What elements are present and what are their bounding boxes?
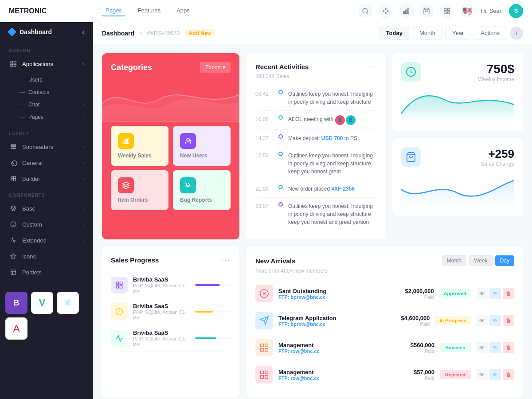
sidebar-item-extended[interactable]: Extended ›	[0, 232, 93, 248]
top-nav: METRONIC Pages Features Apps 🇺🇸 Hi, Sean…	[0, 0, 532, 22]
icons-arrow: ›	[83, 254, 84, 259]
mini-card-bug-reports[interactable]: Bug Reports	[173, 170, 231, 210]
apps-icon[interactable]	[379, 4, 393, 18]
add-new-badge[interactable]: Add New	[185, 29, 215, 37]
nav-link-apps[interactable]: Apps	[173, 5, 193, 16]
month-btn[interactable]: Month	[413, 27, 442, 39]
action-delete-2[interactable]: 🗑	[503, 315, 514, 326]
sidebar-item-custom[interactable]: Custom ›	[0, 216, 93, 232]
svg-marker-37	[123, 182, 129, 186]
svg-rect-14	[11, 61, 13, 63]
progress-info-2: Briviba SaaS PHP, SQLite, Artisan CLI мм	[133, 303, 190, 320]
sidebar-item-general[interactable]: General ›	[0, 155, 93, 171]
language-flag[interactable]: 🇺🇸	[460, 4, 474, 18]
tab-week[interactable]: Week	[469, 255, 492, 266]
sales-progress-menu[interactable]: ···	[221, 255, 231, 265]
sidebar-subitem-chat[interactable]: —Chat›	[0, 98, 93, 111]
chart-icon[interactable]	[399, 4, 413, 18]
arrival-icon-3	[255, 339, 273, 356]
arrival-info-4: Management FTP: row@bnc.cc	[278, 369, 389, 381]
arrival-amount-1: $2,000,000 Paid	[394, 288, 434, 300]
user-avatar[interactable]: S	[509, 4, 523, 18]
sidebar-item-base[interactable]: Base ›	[0, 200, 93, 216]
svg-rect-11	[447, 8, 450, 11]
mini-card-new-users[interactable]: New Users	[173, 126, 231, 166]
search-icon[interactable]	[358, 4, 372, 18]
today-btn[interactable]: Today	[379, 27, 409, 39]
time-1437: 14:37	[255, 134, 273, 141]
action-edit-2[interactable]: ✏	[489, 315, 501, 326]
sidebar-dashboard-item[interactable]: Dashboard ‹	[0, 22, 93, 42]
svg-rect-48	[261, 344, 263, 347]
svg-marker-29	[11, 254, 16, 258]
arrival-row-1: Sant Outstanding FTP: bprow@bnc.cc $2,00…	[255, 280, 514, 307]
action-view-3[interactable]: 👁	[476, 342, 488, 353]
vue-logo[interactable]: V	[31, 292, 53, 314]
mini-card-weekly-sales[interactable]: Weekly Sales	[111, 126, 168, 166]
nav-link-features[interactable]: Features	[134, 5, 164, 16]
action-delete-3[interactable]: 🗑	[503, 342, 514, 353]
sidebar-item-portlets[interactable]: Portlets ›	[0, 264, 93, 280]
react-logo[interactable]: ⚛	[57, 292, 79, 314]
bootstrap-logo[interactable]: B	[5, 292, 27, 314]
svg-rect-25	[14, 179, 16, 181]
new-arrivals-card: New Arrivals Month Week Day More than 40…	[246, 246, 523, 397]
sidebar-item-icons[interactable]: Icons ›	[0, 248, 93, 264]
custom-icon	[9, 221, 18, 228]
cart-icon[interactable]	[419, 4, 434, 18]
timeline-item-2: 10:00 AEOL meeting with 👤 👤	[255, 111, 376, 130]
dot-4	[278, 152, 283, 156]
content-6: Outlines keep you honest. Indulging in p…	[288, 202, 376, 226]
year-btn[interactable]: Year	[446, 27, 470, 39]
action-edit-3[interactable]: ✏	[489, 342, 501, 353]
actions-btn[interactable]: Actions	[474, 27, 506, 39]
nav-link-pages[interactable]: Pages	[102, 5, 125, 16]
content-area: Dashboard › #XRS-45670 Add New Today Mon…	[93, 22, 532, 399]
content-5: New order placed #XF-2356	[288, 185, 376, 193]
grid-icon[interactable]	[440, 4, 454, 18]
sidebar-collapse-icon[interactable]: ‹	[82, 28, 84, 35]
timeline-item-1: 08:42 Outlines keep you honest. Indulgin…	[255, 86, 376, 111]
sidebar-item-subheaders[interactable]: Subheaders ›	[0, 139, 93, 155]
export-btn[interactable]: Export ▾	[200, 62, 231, 73]
arrival-actions-4: 👁 ✏ 🗑	[476, 369, 514, 380]
action-delete-4[interactable]: 🗑	[503, 369, 514, 380]
action-delete-1[interactable]: 🗑	[503, 288, 514, 299]
action-edit-1[interactable]: ✏	[489, 288, 501, 299]
plus-btn[interactable]: +	[510, 27, 523, 40]
sidebar-subitem-contacts[interactable]: —Contacts›	[0, 86, 93, 98]
sidebar-item-applications[interactable]: Applications ▾	[0, 56, 93, 72]
action-view-4[interactable]: 👁	[476, 369, 488, 380]
timeline-item-5: 21:03 New order placed #XF-2356	[255, 180, 376, 198]
progress-icon-1	[111, 277, 128, 293]
portlets-icon	[9, 269, 18, 276]
progress-name-3: Briviba SaaS	[133, 329, 190, 336]
action-view-2[interactable]: 👁	[476, 315, 488, 326]
activities-menu[interactable]: ···	[367, 62, 376, 71]
progress-item-2: Briviba SaaS PHP, SQLite, Artisan CLI мм	[111, 298, 231, 325]
page-title: Dashboard	[102, 30, 134, 37]
tab-month[interactable]: Month	[442, 255, 466, 266]
svg-rect-31	[123, 141, 124, 144]
content-4: Outlines keep you honest. Indulging in p…	[288, 152, 376, 176]
sidebar-subitem-users[interactable]: —Users›	[0, 74, 93, 86]
svg-rect-8	[407, 8, 409, 13]
time-1650: 16:50	[255, 152, 273, 159]
sidebar-item-builder[interactable]: Builder ›	[0, 171, 93, 187]
action-edit-4[interactable]: ✏	[489, 369, 501, 380]
mini-card-item-orders[interactable]: Item Orders	[111, 170, 168, 210]
portlets-label: Portlets	[22, 269, 42, 276]
custom-label: Custom	[22, 221, 42, 228]
svg-rect-20	[11, 148, 16, 149]
angular-logo[interactable]: A	[5, 317, 27, 340]
svg-rect-50	[261, 348, 263, 351]
action-view-1[interactable]: 👁	[476, 288, 488, 299]
sales-change-label: Sales Change	[481, 161, 514, 167]
sidebar-subitem-pages[interactable]: —Pages›	[0, 111, 93, 123]
activities-card: Recent Activities ··· 890,344 Sales 08:4…	[246, 53, 385, 239]
sidebar-section-layout: LAYOUT	[0, 125, 93, 139]
arrival-row-4: Management FTP: row@bnc.cc $57,000 Paid …	[255, 361, 514, 388]
svg-rect-15	[14, 61, 16, 63]
progress-bar-wrap-2	[195, 311, 231, 313]
tab-day[interactable]: Day	[495, 255, 514, 266]
